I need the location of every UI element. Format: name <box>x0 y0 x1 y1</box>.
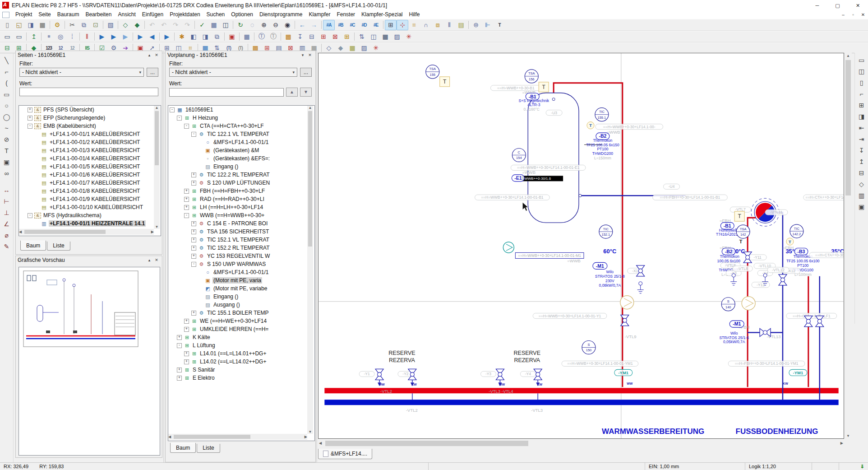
preplanning-tree-item[interactable]: ▫(Gerätekasten) &EFS=: <box>168 154 314 163</box>
baseline-dimension-tool-icon[interactable]: ⊥ <box>1 207 13 218</box>
t3-15-icon[interactable]: ◆ <box>335 43 346 53</box>
navigate-3-icon[interactable]: ▶ <box>120 32 131 42</box>
move-down-icon[interactable]: ↧ <box>856 144 868 156</box>
splitter[interactable] <box>316 51 317 462</box>
menu-klampfer[interactable]: Klampfer <box>305 10 333 19</box>
pages-tree[interactable]: +&PFS (SPS Übersicht)+&EFP (Sicherungsle… <box>18 105 161 236</box>
menu-fenster[interactable]: Fenster <box>333 10 358 19</box>
options-2-icon[interactable]: ⊩ <box>482 20 494 30</box>
panel-collapse-icon[interactable]: ▴ <box>146 258 153 262</box>
pages-tree-item[interactable]: ▤+LF14.1-00-01/8 KABELÜBERSICHT <box>19 187 161 195</box>
wert-input[interactable] <box>19 88 158 96</box>
page-back-icon[interactable]: ← <box>296 20 308 30</box>
arc-tool-icon[interactable]: ( <box>1 77 13 88</box>
tree-expander-icon[interactable]: + <box>184 197 189 202</box>
filter-more-button[interactable]: ... <box>300 68 312 77</box>
pages-tree-item[interactable]: ▤+LF14.1-00-01/6 KABELÜBERSICHT <box>19 171 161 179</box>
navigate-5-icon[interactable]: ◀ <box>146 32 158 42</box>
pages-icon[interactable]: ⧉ <box>211 32 223 42</box>
swap-icon[interactable]: ⇅ <box>356 32 368 42</box>
redo-list-icon[interactable]: ↷ <box>181 20 193 30</box>
page-properties-icon[interactable]: ◨ <box>25 20 37 30</box>
preplanning-tree-hscrollbar[interactable]: ◀▶ <box>168 434 307 440</box>
tree-expander-icon[interactable]: - <box>170 107 175 112</box>
pages-tree-item[interactable]: ▤+LF14.1-00-01/5 KABELÜBERSICHT <box>19 163 161 171</box>
new-icon[interactable]: ▯ <box>1 20 13 30</box>
split-view-icon[interactable]: ◫ <box>368 32 379 42</box>
pages-tree-item[interactable]: ▥+LF14.1-00-01/1 HEIZZENTRALE 14.1 <box>19 219 161 228</box>
snap-c-icon[interactable]: #C <box>346 20 358 30</box>
tree-expander-icon[interactable]: - <box>184 213 189 218</box>
menu-projekt[interactable]: Projekt <box>12 10 35 19</box>
line-tool-icon[interactable]: ╲ <box>1 55 13 66</box>
menu-klampfer-spezial[interactable]: Klampfer-Spezial <box>358 10 406 19</box>
zoom-out-icon[interactable]: ⊖ <box>270 20 282 30</box>
tree-expander-icon[interactable]: + <box>184 351 189 356</box>
hatch-icon[interactable]: ▨ <box>391 32 403 42</box>
minimize-button[interactable]: ─ <box>807 0 827 10</box>
continued-dimension-tool-icon[interactable]: ⊢ <box>1 195 13 207</box>
tree-expander-icon[interactable]: - <box>177 343 182 348</box>
preplanning-tree-item[interactable]: +⚙TIC 122.2 RL TEMPERAT <box>168 171 314 179</box>
align-left-icon[interactable]: ⇤ <box>856 122 868 133</box>
collapse-icon[interactable]: ⊟ <box>856 167 868 178</box>
tree-expander-icon[interactable]: + <box>191 181 196 186</box>
check-pages-icon[interactable]: ✓ <box>196 20 208 30</box>
tree-expander-icon[interactable]: + <box>191 246 196 251</box>
grid-3-icon[interactable]: ⊞ <box>318 32 329 42</box>
pages-tree-item[interactable]: -&MFS (Hydraulikschema) <box>19 211 161 219</box>
sketch-tool-icon[interactable]: ✎ <box>1 241 13 252</box>
preplanning-tree-item[interactable]: -⊞H Heizung <box>168 114 314 122</box>
design-mode-icon[interactable]: ⌗ <box>408 20 420 30</box>
t-nav-1-icon[interactable]: Ⓣ <box>256 32 268 42</box>
preplanning-tree-item[interactable]: ○&MFS+LF14.1-00-01/1 <box>168 138 314 146</box>
preplanning-tree-item[interactable]: +⊞L14.02 (==L=L14.02++DG+ <box>168 358 314 366</box>
panel-close-icon[interactable]: ✕ <box>153 258 160 262</box>
insert-box-icon[interactable]: ⊞ <box>856 99 868 111</box>
menu-hilfe[interactable]: Hilfe <box>406 10 423 19</box>
editor-tab[interactable]: &MFS+LF14.... <box>318 449 372 459</box>
options-1-icon[interactable]: ⊜ <box>470 20 482 30</box>
terminal-strip-icon[interactable]: ▦ <box>241 32 253 42</box>
ellipse-tool-icon[interactable]: ◯ <box>1 111 13 122</box>
insert-panel-icon[interactable]: ◨ <box>856 111 868 122</box>
grid-2-icon[interactable]: ⊟ <box>306 32 318 42</box>
insert-window-macro-icon[interactable]: ▯ <box>856 77 868 88</box>
pages-tree-item[interactable]: ▤+LF14.1-00-01/9 KABELÜBERSICHT <box>19 195 161 203</box>
t3-17-icon[interactable]: ▨ <box>358 43 370 53</box>
search-up-button[interactable]: ▲ <box>286 88 298 97</box>
settings-icon[interactable]: ⚙ <box>51 20 63 30</box>
tree-expander-icon[interactable]: + <box>177 335 182 340</box>
preplanning-tree-item[interactable]: ▣(Motor mit PE, varia <box>168 276 314 284</box>
tree-expander-icon[interactable]: + <box>191 229 196 234</box>
text-tool-icon[interactable]: T <box>1 145 13 156</box>
snap-b-icon[interactable]: #B <box>335 20 346 30</box>
copy-format-icon[interactable]: ◇ <box>120 20 131 30</box>
navigate-6-icon[interactable]: ▶ <box>161 32 173 42</box>
pages-tree-item[interactable]: ▤+LF14.1-00-01/3 KABELÜBERSICHT <box>19 146 161 154</box>
angle-dimension-tool-icon[interactable]: ∠ <box>1 218 13 229</box>
hyperlink-tool-icon[interactable]: ∞ <box>1 168 13 179</box>
pages-tree-item[interactable]: ▤+LF14.1-00-01/4 KABELÜBERSICHT <box>19 154 161 163</box>
preplanning-tree-item[interactable]: +⚙YC 153 REGELVENTIL W <box>168 252 314 260</box>
tree-expander-icon[interactable]: - <box>191 132 196 137</box>
mdi-restore-button[interactable]: ▫ <box>848 12 858 17</box>
parts-list-icon[interactable]: ▦ <box>208 20 220 30</box>
diameter-dimension-tool-icon[interactable]: ⌀ <box>1 229 13 241</box>
report-tool-icon[interactable]: ▥ <box>856 190 868 201</box>
t3-18-icon[interactable]: ✳ <box>370 43 382 53</box>
zoom-in-icon[interactable]: ⊕ <box>258 20 270 30</box>
tree-expander-icon[interactable]: + <box>191 311 196 316</box>
preplanning-tree-item[interactable]: ▨Eingang () <box>168 293 314 301</box>
preplanning-tree-item[interactable]: ▨Eingang () <box>168 163 314 171</box>
tree-expander-icon[interactable]: + <box>191 237 196 242</box>
preplanning-tree-item[interactable]: -⊞L Lüftung <box>168 341 314 349</box>
preplanning-tree-item[interactable]: -⊞WWB (==H=WWB++0-30+ <box>168 211 314 219</box>
pages-tree-item[interactable]: +&PFS (SPS Übersicht) <box>19 106 161 114</box>
preplanning-filter-select[interactable]: - Nicht aktiviert - ▾ <box>169 68 297 77</box>
insert-page-macro-icon[interactable]: ⌐ <box>856 88 868 99</box>
page-forward-icon[interactable]: → <box>308 20 320 30</box>
preplanning-tree-item[interactable]: +⚙TIC 155.1 BOILER TEMP <box>168 309 314 317</box>
preplanning-tree[interactable]: -▦1610569E1-⊞H Heizung-⊞CTA (==H=CTA++0-… <box>168 105 315 441</box>
polyline-tool-icon[interactable]: ⌐ <box>1 66 13 77</box>
